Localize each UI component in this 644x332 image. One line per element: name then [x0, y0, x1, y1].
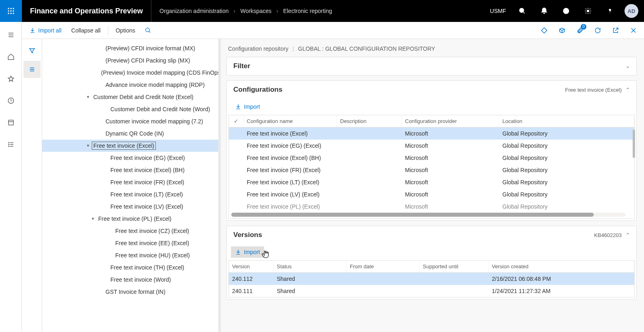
- tree-item[interactable]: ▶Free text invoice (FR) (Excel): [42, 176, 218, 188]
- filter-panel-header[interactable]: Filter ⌄: [227, 57, 636, 75]
- options-button[interactable]: Options: [112, 25, 139, 36]
- table-cell: Shared: [274, 273, 347, 285]
- table-row[interactable]: Free text invoice (Excel) (BH)MicrosoftG…: [229, 152, 634, 164]
- refresh-icon[interactable]: [590, 23, 605, 38]
- col-description[interactable]: Description: [337, 115, 402, 127]
- collapse-all-button[interactable]: Collapse all: [67, 25, 105, 36]
- grid-header: Version Status From date Supported until…: [229, 261, 634, 273]
- tree-item[interactable]: ▶Customer Debit and Credit Note (Word): [42, 103, 218, 115]
- svg-line-10: [523, 12, 525, 13]
- svg-rect-20: [9, 120, 13, 125]
- tree-item[interactable]: ▶Free text invoice (LV) (Excel): [42, 200, 218, 213]
- table-cell: Free text invoice (FR) (Excel): [243, 164, 337, 176]
- filter-icon[interactable]: [24, 42, 41, 59]
- company-code[interactable]: USMF: [487, 8, 509, 14]
- table-row[interactable]: Free text invoice (LV) (Excel)MicrosoftG…: [229, 188, 634, 200]
- tree-item-label: Free text invoice (TH) (Excel): [109, 263, 186, 272]
- col-version-created[interactable]: Version created: [489, 261, 634, 272]
- tree-pane[interactable]: ▶(Preview) CFDI invoice format (MX)▶(Pre…: [42, 39, 221, 332]
- versions-grid: Version Status From date Supported until…: [228, 260, 635, 298]
- table-cell: Free text invoice (PL) (Excel): [243, 200, 337, 213]
- breadcrumb-item[interactable]: Workspaces: [240, 8, 271, 14]
- popout-icon[interactable]: [608, 23, 623, 38]
- smile-icon[interactable]: [557, 0, 575, 22]
- expand-arrow-icon[interactable]: ▼: [89, 217, 97, 221]
- table-cell: [229, 152, 243, 164]
- waffle-icon[interactable]: [0, 0, 22, 22]
- tree-item[interactable]: ▶Free text invoice (CZ) (Excel): [42, 225, 218, 237]
- gear-icon[interactable]: [579, 0, 597, 22]
- col-config-name[interactable]: Configuration name: [243, 115, 337, 127]
- check-column-icon[interactable]: ✓: [229, 115, 243, 127]
- history-icon[interactable]: [0, 93, 22, 109]
- tree-item[interactable]: ▶(Preview) Invoice model mapping (CDS Fi…: [42, 67, 218, 79]
- col-location[interactable]: Location: [499, 115, 634, 127]
- versions-subtitle: KB4602203: [594, 232, 622, 238]
- table-row[interactable]: Free text invoice (FR) (Excel)MicrosoftG…: [229, 164, 634, 176]
- svg-rect-6: [8, 13, 9, 14]
- col-provider[interactable]: Configuration provider: [402, 115, 499, 127]
- attach-icon[interactable]: 0: [573, 23, 587, 38]
- vertical-scrollbar[interactable]: [633, 129, 635, 158]
- home-icon[interactable]: [0, 49, 22, 65]
- tree-item[interactable]: ▶Free text invoice (EE) (Excel): [42, 237, 218, 249]
- tree-item-label: Free text invoice (Word): [109, 276, 172, 284]
- repo-header: Configuration repository | GLOBAL : GLOB…: [226, 39, 637, 57]
- expand-arrow-icon[interactable]: ▼: [84, 144, 92, 148]
- table-row[interactable]: Free text invoice (PL) (Excel)MicrosoftG…: [229, 200, 634, 213]
- col-supported-until[interactable]: Supported until: [420, 261, 489, 272]
- tree-item[interactable]: ▶Customer invoice model mapping (7.2): [42, 115, 218, 127]
- tree-item[interactable]: ▶Free text invoice (HU) (Excel): [42, 249, 218, 261]
- tree-item[interactable]: ▼Free text invoice (PL) (Excel): [42, 213, 218, 225]
- package-icon[interactable]: [555, 23, 569, 38]
- tree-item[interactable]: ▶Free text invoice (Excel) (BH): [42, 164, 218, 176]
- col-version[interactable]: Version: [229, 261, 274, 272]
- tree-item[interactable]: ▶Dynamic QR Code (IN): [42, 127, 218, 140]
- table-row[interactable]: Free text invoice (Excel)MicrosoftGlobal…: [229, 127, 634, 140]
- tree-item[interactable]: ▶Free text invoice (LT) (Excel): [42, 188, 218, 200]
- table-cell: Microsoft: [402, 176, 499, 188]
- help-icon[interactable]: [601, 0, 619, 22]
- table-row[interactable]: Free text invoice (EG) (Excel)MicrosoftG…: [229, 140, 634, 152]
- tree-item-label: (Preview) Invoice model mapping (CDS Fin…: [99, 69, 221, 77]
- tree-item[interactable]: ▶Advance invoice model mapping (RDP): [42, 79, 218, 91]
- table-row[interactable]: 240.112Shared2/16/2021 06:08:48 PM: [229, 273, 634, 285]
- diamond-icon[interactable]: [537, 23, 551, 38]
- configs-panel-header[interactable]: Configurations Free text invoice (Excel)…: [227, 81, 636, 99]
- tree-item[interactable]: ▼Free text invoice (Excel): [42, 140, 218, 152]
- horizontal-scrollbar[interactable]: [231, 213, 625, 217]
- col-status[interactable]: Status: [274, 261, 347, 272]
- table-row[interactable]: Free text invoice (LT) (Excel)MicrosoftG…: [229, 176, 634, 188]
- search-button[interactable]: [141, 25, 155, 36]
- tree-item[interactable]: ▶Free text invoice (TH) (Excel): [42, 261, 218, 274]
- tree-item[interactable]: ▶Free text invoice (EG) (Excel): [42, 152, 218, 164]
- tree-item[interactable]: ▶(Preview) CFDI invoice format (MX): [42, 42, 218, 54]
- import-button[interactable]: Import: [231, 101, 264, 112]
- import-all-button[interactable]: Import all: [25, 25, 66, 36]
- tree-item[interactable]: ▶GST Invoice format (IN): [42, 286, 218, 298]
- bell-icon[interactable]: [535, 0, 553, 22]
- svg-rect-0: [8, 8, 9, 9]
- table-row[interactable]: 240.111Shared1/24/2021 11:27:32 AM: [229, 285, 634, 297]
- list-icon[interactable]: [0, 136, 22, 153]
- star-icon[interactable]: [0, 71, 22, 87]
- search-icon[interactable]: [513, 0, 531, 22]
- expand-arrow-icon[interactable]: ▼: [84, 95, 92, 99]
- menu-icon[interactable]: [0, 27, 22, 43]
- svg-rect-2: [13, 8, 14, 9]
- tree-item[interactable]: ▶(Preview) CFDI Packing slip (MX): [42, 54, 218, 67]
- tree-item[interactable]: ▼Customer Debit and Credit Note (Excel): [42, 91, 218, 103]
- module-icon[interactable]: [0, 114, 22, 131]
- close-icon[interactable]: [626, 23, 641, 38]
- table-cell: [420, 285, 489, 297]
- breadcrumb-item[interactable]: Electronic reporting: [283, 8, 332, 14]
- col-from-date[interactable]: From date: [347, 261, 420, 272]
- table-cell: [229, 176, 243, 188]
- tree-item[interactable]: ▶Free text invoice (Word): [42, 274, 218, 286]
- breadcrumb-item[interactable]: Organization administration: [159, 8, 228, 14]
- list-view-icon[interactable]: [24, 61, 41, 78]
- versions-panel-header[interactable]: Versions KB4602203 ⌃: [227, 226, 636, 244]
- avatar[interactable]: AD: [625, 4, 638, 18]
- detail-pane[interactable]: Configuration repository | GLOBAL : GLOB…: [221, 39, 644, 332]
- import-button[interactable]: Import: [231, 246, 264, 258]
